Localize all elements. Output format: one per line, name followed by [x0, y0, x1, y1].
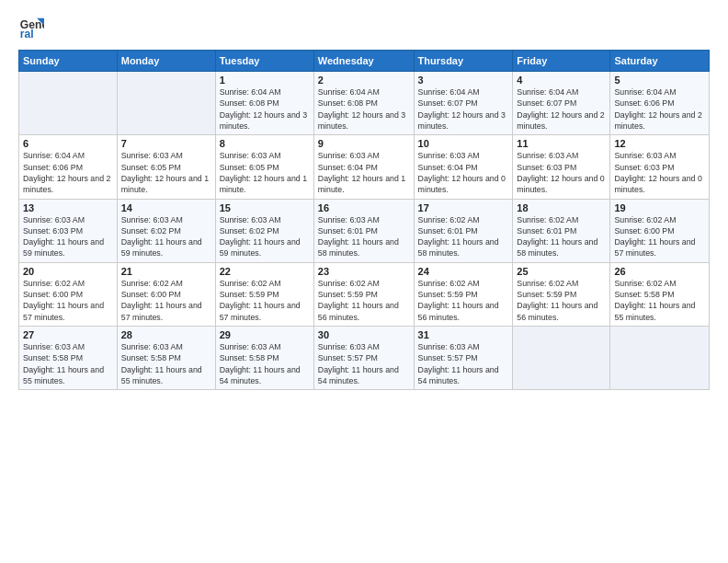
logo: Gene ral — [18, 15, 48, 40]
weekday-friday: Friday — [513, 51, 610, 72]
calendar-cell: 7Sunrise: 6:03 AMSunset: 6:05 PMDaylight… — [117, 135, 215, 199]
calendar-cell: 30Sunrise: 6:03 AMSunset: 5:57 PMDayligh… — [313, 327, 414, 390]
weekday-sunday: Sunday — [19, 51, 118, 72]
calendar-cell: 19Sunrise: 6:02 AMSunset: 6:00 PMDayligh… — [610, 199, 710, 262]
day-info: Sunrise: 6:03 AMSunset: 6:05 PMDaylight:… — [220, 150, 310, 195]
day-info: Sunrise: 6:03 AMSunset: 6:03 PMDaylight:… — [517, 150, 606, 195]
day-info: Sunrise: 6:04 AMSunset: 6:06 PMDaylight:… — [614, 86, 705, 132]
week-row-2: 6Sunrise: 6:04 AMSunset: 6:06 PMDaylight… — [19, 135, 710, 199]
calendar-cell: 26Sunrise: 6:02 AMSunset: 5:58 PMDayligh… — [610, 262, 710, 326]
day-info: Sunrise: 6:03 AMSunset: 5:57 PMDaylight:… — [318, 341, 410, 386]
day-number: 6 — [23, 138, 113, 149]
calendar-header: SundayMondayTuesdayWednesdayThursdayFrid… — [19, 51, 710, 72]
calendar-cell: 27Sunrise: 6:03 AMSunset: 5:58 PMDayligh… — [19, 327, 118, 390]
calendar-cell — [610, 327, 710, 390]
day-info: Sunrise: 6:04 AMSunset: 6:06 PMDaylight:… — [23, 150, 113, 195]
day-info: Sunrise: 6:04 AMSunset: 6:08 PMDaylight:… — [318, 86, 410, 132]
day-number: 24 — [418, 266, 509, 277]
calendar-cell: 2Sunrise: 6:04 AMSunset: 6:08 PMDaylight… — [313, 72, 414, 135]
calendar-cell: 4Sunrise: 6:04 AMSunset: 6:07 PMDaylight… — [513, 72, 610, 135]
day-info: Sunrise: 6:02 AMSunset: 5:59 PMDaylight:… — [517, 278, 606, 323]
calendar-cell: 9Sunrise: 6:03 AMSunset: 6:04 PMDaylight… — [313, 135, 414, 199]
day-number: 16 — [318, 202, 410, 213]
day-number: 9 — [318, 138, 410, 149]
day-info: Sunrise: 6:03 AMSunset: 6:01 PMDaylight:… — [318, 214, 410, 259]
day-number: 17 — [418, 202, 509, 213]
day-number: 25 — [517, 266, 606, 277]
day-number: 27 — [23, 329, 113, 340]
weekday-wednesday: Wednesday — [313, 51, 414, 72]
day-number: 8 — [220, 138, 310, 149]
logo-icon: Gene ral — [18, 15, 44, 40]
calendar-cell — [117, 72, 215, 135]
header: Gene ral — [18, 15, 710, 40]
day-info: Sunrise: 6:03 AMSunset: 5:58 PMDaylight:… — [220, 341, 310, 386]
day-info: Sunrise: 6:02 AMSunset: 5:59 PMDaylight:… — [318, 278, 410, 323]
calendar-cell: 10Sunrise: 6:03 AMSunset: 6:04 PMDayligh… — [414, 135, 513, 199]
day-number: 31 — [418, 329, 509, 340]
calendar-cell: 1Sunrise: 6:04 AMSunset: 6:08 PMDaylight… — [215, 72, 313, 135]
calendar-cell: 31Sunrise: 6:03 AMSunset: 5:57 PMDayligh… — [414, 327, 513, 390]
day-info: Sunrise: 6:04 AMSunset: 6:08 PMDaylight:… — [220, 86, 310, 132]
day-info: Sunrise: 6:03 AMSunset: 5:58 PMDaylight:… — [23, 341, 113, 386]
calendar-cell: 6Sunrise: 6:04 AMSunset: 6:06 PMDaylight… — [19, 135, 118, 199]
week-row-4: 20Sunrise: 6:02 AMSunset: 6:00 PMDayligh… — [19, 262, 710, 326]
calendar-cell: 8Sunrise: 6:03 AMSunset: 6:05 PMDaylight… — [215, 135, 313, 199]
day-info: Sunrise: 6:02 AMSunset: 5:59 PMDaylight:… — [220, 278, 310, 323]
weekday-thursday: Thursday — [414, 51, 513, 72]
day-number: 11 — [517, 138, 606, 149]
day-info: Sunrise: 6:02 AMSunset: 5:58 PMDaylight:… — [614, 278, 705, 323]
calendar-cell: 29Sunrise: 6:03 AMSunset: 5:58 PMDayligh… — [215, 327, 313, 390]
weekday-monday: Monday — [117, 51, 215, 72]
calendar-cell: 23Sunrise: 6:02 AMSunset: 5:59 PMDayligh… — [313, 262, 414, 326]
day-info: Sunrise: 6:02 AMSunset: 6:00 PMDaylight:… — [23, 278, 113, 323]
calendar-table: SundayMondayTuesdayWednesdayThursdayFrid… — [18, 50, 710, 390]
day-number: 20 — [23, 266, 113, 277]
week-row-5: 27Sunrise: 6:03 AMSunset: 5:58 PMDayligh… — [19, 327, 710, 390]
day-number: 18 — [517, 202, 606, 213]
day-number: 10 — [418, 138, 509, 149]
day-number: 13 — [23, 202, 113, 213]
day-number: 15 — [220, 202, 310, 213]
calendar-cell — [19, 72, 118, 135]
calendar-cell: 16Sunrise: 6:03 AMSunset: 6:01 PMDayligh… — [313, 199, 414, 262]
calendar-cell: 13Sunrise: 6:03 AMSunset: 6:03 PMDayligh… — [19, 199, 118, 262]
day-number: 4 — [517, 75, 606, 86]
calendar-cell — [513, 327, 610, 390]
day-number: 22 — [220, 266, 310, 277]
day-number: 14 — [121, 202, 211, 213]
calendar-cell: 22Sunrise: 6:02 AMSunset: 5:59 PMDayligh… — [215, 262, 313, 326]
day-number: 2 — [318, 75, 410, 86]
day-info: Sunrise: 6:02 AMSunset: 6:01 PMDaylight:… — [418, 214, 509, 259]
calendar-cell: 28Sunrise: 6:03 AMSunset: 5:58 PMDayligh… — [117, 327, 215, 390]
calendar-cell: 17Sunrise: 6:02 AMSunset: 6:01 PMDayligh… — [414, 199, 513, 262]
day-info: Sunrise: 6:03 AMSunset: 5:58 PMDaylight:… — [121, 341, 211, 386]
day-info: Sunrise: 6:02 AMSunset: 6:01 PMDaylight:… — [517, 214, 606, 259]
day-number: 12 — [614, 138, 705, 149]
day-number: 21 — [121, 266, 211, 277]
day-info: Sunrise: 6:02 AMSunset: 6:00 PMDaylight:… — [614, 214, 705, 259]
calendar-cell: 14Sunrise: 6:03 AMSunset: 6:02 PMDayligh… — [117, 199, 215, 262]
day-info: Sunrise: 6:04 AMSunset: 6:07 PMDaylight:… — [418, 86, 509, 132]
calendar-cell: 24Sunrise: 6:02 AMSunset: 5:59 PMDayligh… — [414, 262, 513, 326]
calendar-cell: 12Sunrise: 6:03 AMSunset: 6:03 PMDayligh… — [610, 135, 710, 199]
calendar-cell: 20Sunrise: 6:02 AMSunset: 6:00 PMDayligh… — [19, 262, 118, 326]
week-row-3: 13Sunrise: 6:03 AMSunset: 6:03 PMDayligh… — [19, 199, 710, 262]
day-info: Sunrise: 6:03 AMSunset: 5:57 PMDaylight:… — [418, 341, 509, 386]
day-info: Sunrise: 6:03 AMSunset: 6:04 PMDaylight:… — [418, 150, 509, 195]
calendar-cell: 21Sunrise: 6:02 AMSunset: 6:00 PMDayligh… — [117, 262, 215, 326]
weekday-header-row: SundayMondayTuesdayWednesdayThursdayFrid… — [19, 51, 710, 72]
calendar-body: 1Sunrise: 6:04 AMSunset: 6:08 PMDaylight… — [19, 72, 710, 390]
day-number: 1 — [220, 75, 310, 86]
calendar-cell: 3Sunrise: 6:04 AMSunset: 6:07 PMDaylight… — [414, 72, 513, 135]
day-info: Sunrise: 6:03 AMSunset: 6:05 PMDaylight:… — [121, 150, 211, 195]
calendar-cell: 15Sunrise: 6:03 AMSunset: 6:02 PMDayligh… — [215, 199, 313, 262]
calendar-cell: 11Sunrise: 6:03 AMSunset: 6:03 PMDayligh… — [513, 135, 610, 199]
day-info: Sunrise: 6:02 AMSunset: 6:00 PMDaylight:… — [121, 278, 211, 323]
calendar-cell: 18Sunrise: 6:02 AMSunset: 6:01 PMDayligh… — [513, 199, 610, 262]
calendar-cell: 25Sunrise: 6:02 AMSunset: 5:59 PMDayligh… — [513, 262, 610, 326]
calendar-cell: 5Sunrise: 6:04 AMSunset: 6:06 PMDaylight… — [610, 72, 710, 135]
day-info: Sunrise: 6:03 AMSunset: 6:02 PMDaylight:… — [121, 214, 211, 259]
day-number: 26 — [614, 266, 705, 277]
day-number: 28 — [121, 329, 211, 340]
